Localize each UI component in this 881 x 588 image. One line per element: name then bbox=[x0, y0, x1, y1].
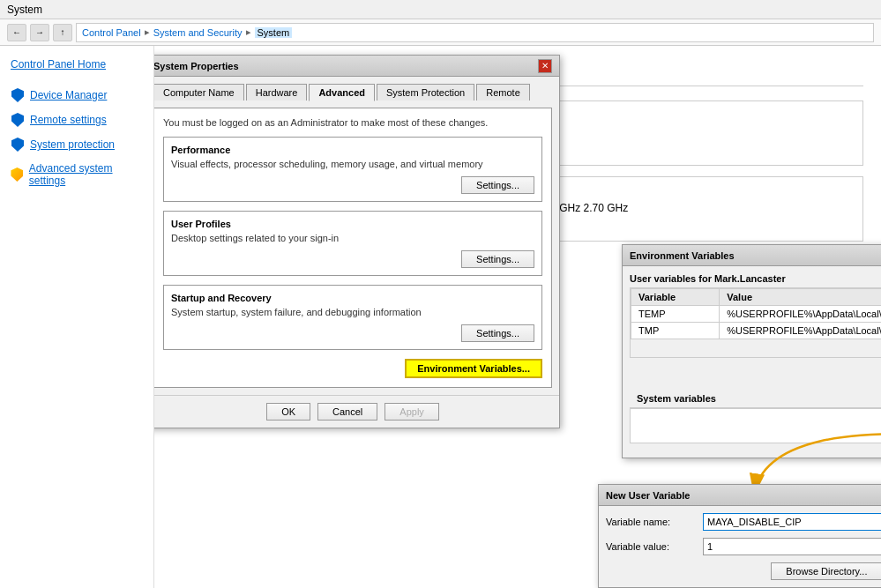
tab-computer-name[interactable]: Computer Name bbox=[154, 84, 244, 100]
back-button[interactable]: ← bbox=[7, 24, 26, 41]
sidebar-item-device-manager[interactable]: Device Manager bbox=[0, 83, 153, 108]
startup-recovery-settings-row: Settings... bbox=[171, 324, 534, 342]
env-vars-titlebar: Environment Variables ✕ bbox=[623, 245, 881, 266]
control-panel-home-link[interactable]: Control Panel Home bbox=[0, 53, 153, 76]
performance-settings-button[interactable]: Settings... bbox=[461, 176, 534, 194]
sidebar-label-dm: Device Manager bbox=[30, 89, 107, 101]
performance-section: Performance Visual effects, processor sc… bbox=[163, 137, 542, 202]
system-properties-footer: OK Cancel Apply bbox=[154, 395, 559, 428]
user-vars-buttons: New... Edit... bbox=[630, 363, 881, 383]
val-temp: %USERPROFILE%\AppData\Local\Temp bbox=[720, 306, 881, 323]
sys-vars-section: System variables bbox=[630, 390, 881, 443]
system-properties-apply-button[interactable]: Apply bbox=[385, 403, 439, 421]
tab-remote[interactable]: Remote bbox=[476, 84, 530, 100]
sep1: ▸ bbox=[145, 26, 150, 38]
table-row[interactable]: TEMP %USERPROFILE%\AppData\Local\Temp bbox=[631, 306, 882, 323]
main-content: View basic information about your comput… bbox=[154, 46, 881, 588]
new-var-body: Variable name: Variable value: Browse Di… bbox=[599, 506, 881, 587]
env-vars-row: Environment Variables... bbox=[163, 359, 542, 378]
shield-icon-sp bbox=[11, 138, 25, 152]
user-profiles-section: User Profiles Desktop settings related t… bbox=[163, 211, 542, 276]
sidebar-item-advanced-system-settings[interactable]: Advanced system settings bbox=[0, 157, 153, 192]
breadcrumb: Control Panel ▸ System and Security ▸ Sy… bbox=[76, 23, 874, 42]
environment-variables-dialog: Environment Variables ✕ User variables f… bbox=[622, 244, 881, 458]
user-vars-title: User variables for Mark.Lancaster bbox=[630, 273, 881, 284]
new-var-title: New User Variable bbox=[606, 490, 690, 501]
variable-value-label: Variable value: bbox=[606, 541, 703, 552]
system-properties-ok-button[interactable]: OK bbox=[266, 403, 310, 421]
up-button[interactable]: ↑ bbox=[53, 24, 72, 41]
title-bar: System bbox=[0, 0, 881, 19]
breadcrumb-ss[interactable]: System and Security bbox=[153, 27, 243, 38]
val-tmp: %USERPROFILE%\AppData\Local\Temp bbox=[720, 323, 881, 339]
performance-desc: Visual effects, processor scheduling, me… bbox=[171, 159, 534, 169]
sys-vars-title: System variables bbox=[630, 390, 881, 408]
environment-variables-button[interactable]: Environment Variables... bbox=[405, 359, 542, 378]
startup-recovery-settings-button[interactable]: Settings... bbox=[461, 324, 534, 342]
sys-vars-table-placeholder bbox=[630, 408, 881, 443]
user-profiles-title: User Profiles bbox=[171, 219, 534, 229]
variable-value-row: Variable value: bbox=[606, 538, 881, 555]
sidebar: Control Panel Home Device Manager Remote… bbox=[0, 46, 154, 588]
sidebar-item-remote-settings[interactable]: Remote settings bbox=[0, 108, 153, 132]
new-var-titlebar: New User Variable ✕ bbox=[599, 485, 881, 506]
tab-hardware[interactable]: Hardware bbox=[246, 84, 308, 100]
tab-content-advanced: You must be logged on as an Administrato… bbox=[154, 108, 552, 388]
shield-icon-adv bbox=[11, 167, 24, 182]
main-layout: Control Panel Home Device Manager Remote… bbox=[0, 46, 881, 588]
variable-name-label: Variable name: bbox=[606, 517, 703, 527]
variable-name-row: Variable name: bbox=[606, 513, 881, 531]
system-properties-titlebar: System Properties ✕ bbox=[154, 56, 559, 77]
admin-note: You must be logged on as an Administrato… bbox=[163, 117, 542, 128]
user-profiles-desc: Desktop settings related to your sign-in bbox=[171, 233, 534, 243]
new-user-variable-dialog: New User Variable ✕ Variable name: Varia… bbox=[598, 484, 881, 588]
shield-icon-dm bbox=[11, 88, 25, 102]
startup-recovery-section: Startup and Recovery System startup, sys… bbox=[163, 285, 542, 350]
address-bar: ← → ↑ Control Panel ▸ System and Securit… bbox=[0, 19, 881, 46]
variable-value-input[interactable] bbox=[703, 538, 881, 555]
env-vars-body: User variables for Mark.Lancaster Variab… bbox=[623, 266, 881, 458]
system-properties-title: System Properties bbox=[154, 61, 239, 71]
startup-recovery-title: Startup and Recovery bbox=[171, 293, 534, 303]
env-vars-title: Environment Variables bbox=[630, 250, 735, 261]
breadcrumb-system: System bbox=[255, 27, 293, 38]
user-profiles-settings-button[interactable]: Settings... bbox=[461, 250, 534, 268]
shield-icon-rs bbox=[11, 113, 25, 127]
performance-settings-row: Settings... bbox=[171, 176, 534, 194]
sidebar-label-sp: System protection bbox=[30, 138, 115, 151]
system-properties-close-button[interactable]: ✕ bbox=[538, 59, 552, 73]
tab-system-protection[interactable]: System Protection bbox=[377, 84, 474, 100]
user-vars-table-container: Variable Value TEMP %USERPROFILE%\AppDat… bbox=[630, 287, 881, 358]
startup-recovery-desc: System startup, system failure, and debu… bbox=[171, 307, 534, 317]
breadcrumb-cp[interactable]: Control Panel bbox=[82, 27, 141, 38]
system-properties-cancel-button[interactable]: Cancel bbox=[317, 403, 377, 421]
col-variable: Variable bbox=[631, 289, 720, 306]
sep2: ▸ bbox=[246, 26, 251, 38]
table-row[interactable]: TMP %USERPROFILE%\AppData\Local\Temp bbox=[631, 323, 882, 339]
browse-directory-button[interactable]: Browse Directory... bbox=[771, 562, 881, 580]
sidebar-item-system-protection[interactable]: System protection bbox=[0, 132, 153, 157]
tab-advanced[interactable]: Advanced bbox=[309, 84, 375, 101]
system-properties-tabs: Computer Name Hardware Advanced System P… bbox=[154, 84, 552, 100]
system-properties-dialog: System Properties ✕ Computer Name Hardwa… bbox=[154, 55, 560, 428]
title-bar-text: System bbox=[7, 4, 42, 16]
variable-name-input[interactable] bbox=[703, 513, 881, 531]
col-value: Value bbox=[720, 289, 881, 306]
forward-button[interactable]: → bbox=[30, 24, 49, 41]
var-temp: TEMP bbox=[631, 306, 720, 323]
sidebar-label-adv: Advanced system settings bbox=[29, 162, 143, 187]
var-tmp: TMP bbox=[631, 323, 720, 339]
sidebar-label-rs: Remote settings bbox=[30, 114, 107, 126]
performance-title: Performance bbox=[171, 145, 534, 155]
user-vars-table: Variable Value TEMP %USERPROFILE%\AppDat… bbox=[631, 288, 881, 339]
user-vars-section: User variables for Mark.Lancaster Variab… bbox=[630, 273, 881, 383]
new-var-browse-buttons: Browse Directory... Browse File... OK bbox=[606, 562, 881, 580]
system-properties-body: Computer Name Hardware Advanced System P… bbox=[154, 77, 559, 395]
user-profiles-settings-row: Settings... bbox=[171, 250, 534, 268]
